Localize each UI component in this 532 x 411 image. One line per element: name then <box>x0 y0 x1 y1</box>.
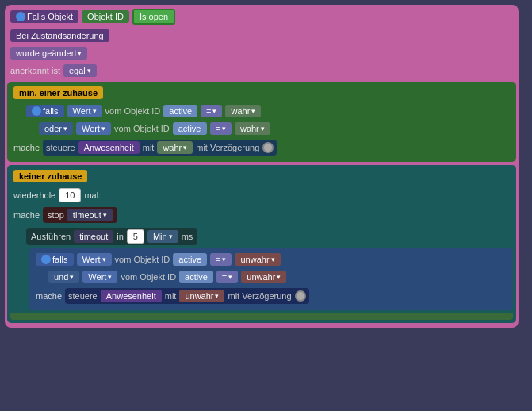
unwahr1-dropdown[interactable]: unwahr <box>235 253 280 266</box>
stop-block: stop timeout <box>43 207 117 223</box>
keiner-zuhause-label: keiner zuhause <box>13 170 87 182</box>
wahr3-dropdown[interactable]: wahr <box>157 141 193 154</box>
mache2-label: mache <box>13 210 40 220</box>
in-label: in <box>117 232 124 241</box>
active-3-chip: active <box>173 253 207 266</box>
five-chip: 5 <box>127 229 144 244</box>
mal-label: mal: <box>84 190 101 200</box>
is-open-tag[interactable]: Is open <box>132 9 175 25</box>
active-4-chip: active <box>179 271 213 283</box>
section1-block: min. einer zuhause falls Wert vom Objekt… <box>7 82 516 162</box>
min-einer-zuhause-label: min. einer zuhause <box>13 86 103 99</box>
und-dropdown[interactable]: und <box>48 271 79 283</box>
mit2-label: mit <box>165 291 177 301</box>
anerkannt-label: anerkannt ist <box>10 66 60 75</box>
egal-dropdown[interactable]: egal <box>63 64 97 77</box>
section2-und-row: und Wert vom Objekt ID active = unwahr <box>45 269 510 285</box>
unwahr2-dropdown[interactable]: unwahr <box>241 271 286 283</box>
gear-icon <box>16 12 25 21</box>
falls-objekt-chip: Falls Objekt <box>10 10 78 23</box>
section1-falls-chip: falls <box>26 105 64 117</box>
scratch-canvas: Falls Objekt Objekt ID Is open Bei Zusta… <box>0 0 532 411</box>
bei-zustandsanderung-chip: Bei Zustandsänderung <box>10 29 109 42</box>
wahr2-dropdown[interactable]: wahr <box>235 122 270 135</box>
vom-objekt-id-2: vom Objekt ID <box>114 124 170 133</box>
eq3-dropdown[interactable]: = <box>210 253 232 266</box>
header-row: Falls Objekt Objekt ID Is open <box>7 7 516 26</box>
anwesenheit1-chip: Anwesenheit <box>78 141 140 154</box>
ausfuhren-row: Ausführen timeout in 5 Min ms <box>23 226 513 247</box>
bottom-bar <box>10 313 513 320</box>
wert2-dropdown[interactable]: Wert <box>76 122 111 135</box>
count-chip: 10 <box>59 188 81 202</box>
section2-mache-row: mache steuere Anwesenheit mit unwahr mit… <box>33 286 510 305</box>
section1-falls-row: falls Wert vom Objekt ID active = wahr <box>23 103 513 119</box>
mache3-label: mache <box>36 291 62 301</box>
anerkannt-row: anerkannt ist egal <box>7 63 516 79</box>
wiederhole-label: wiederhole <box>13 190 55 200</box>
stop-row: mache stop timeout <box>10 206 513 225</box>
section2-falls-row: falls Wert vom Objekt ID active = unwahr <box>33 252 510 267</box>
outer-block: Falls Objekt Objekt ID Is open Bei Zusta… <box>5 5 519 328</box>
objekt-id-label: Objekt ID <box>82 10 129 23</box>
vom-objekt-id-1: vom Objekt ID <box>105 106 161 116</box>
mache2-block: steuere Anwesenheit mit unwahr mit Verzö… <box>65 288 309 304</box>
mit-verzogerung-1: mit Verzögerung <box>196 143 259 152</box>
min-dropdown[interactable]: Min <box>147 230 178 243</box>
vom-objekt-id-3: vom Objekt ID <box>115 255 170 264</box>
section2-falls-block: falls Wert vom Objekt ID active = unwahr <box>29 248 513 310</box>
gear-icon-3 <box>41 255 51 264</box>
ausfuhren-label: Ausführen <box>31 232 71 241</box>
eq2-dropdown[interactable]: = <box>210 122 232 135</box>
wurde-geandert-row: wurde geändert <box>7 45 516 61</box>
section2-block: keiner zuhause wiederhole 10 mal: mache … <box>7 165 516 323</box>
vom-objekt-id-4: vom Objekt ID <box>121 272 176 282</box>
active-1-chip: active <box>163 105 197 117</box>
steuere1: steuere <box>46 143 75 152</box>
mit1-label: mit <box>143 143 155 152</box>
anwesenheit2-chip: Anwesenheit <box>101 290 162 302</box>
steuere2-label: steuere <box>68 291 98 301</box>
gear-icon-2 <box>32 106 41 116</box>
toggle2[interactable] <box>295 290 306 302</box>
section1-mache-row: mache steuere Anwesenheit mit wahr mit V… <box>10 138 513 157</box>
ms-label: ms <box>182 232 193 241</box>
bei-zustandsanderung-row: Bei Zustandsänderung <box>7 28 516 44</box>
eq1-dropdown[interactable]: = <box>201 105 222 117</box>
falls-objekt-label: Falls Objekt <box>27 12 73 21</box>
mache1-block: steuere Anwesenheit mit wahr mit Verzöge… <box>43 140 277 156</box>
timeout-dropdown[interactable]: timeout <box>67 209 113 221</box>
wert3-dropdown[interactable]: Wert <box>77 253 112 266</box>
mache1-label: mache <box>13 143 40 152</box>
ausfuhren-block: Ausführen timeout in 5 Min ms <box>26 228 197 245</box>
mit-verzogerung-2: mit Verzögerung <box>228 291 291 301</box>
oder-dropdown[interactable]: oder <box>39 122 73 135</box>
timeout2-chip: timeout <box>74 230 113 243</box>
wurde-geandert-dropdown[interactable]: wurde geändert <box>10 47 87 60</box>
toggle1[interactable] <box>262 142 274 153</box>
wahr1-dropdown[interactable]: wahr <box>225 105 261 117</box>
active-2-chip: active <box>173 122 207 135</box>
section1-label-row: min. einer zuhause <box>10 85 513 101</box>
unwahr3-dropdown[interactable]: unwahr <box>179 290 224 302</box>
section2-falls-chip: falls <box>36 253 74 266</box>
section1-oder-row: oder Wert vom Objekt ID active = wahr <box>36 121 513 136</box>
section2-label-row: keiner zuhause <box>10 168 513 184</box>
eq4-dropdown[interactable]: = <box>216 271 238 283</box>
wiederhole-row: wiederhole 10 mal: <box>10 186 513 204</box>
stop-label: stop <box>48 210 64 220</box>
wert4-dropdown[interactable]: Wert <box>82 271 117 283</box>
wert1-dropdown[interactable]: Wert <box>67 105 102 117</box>
